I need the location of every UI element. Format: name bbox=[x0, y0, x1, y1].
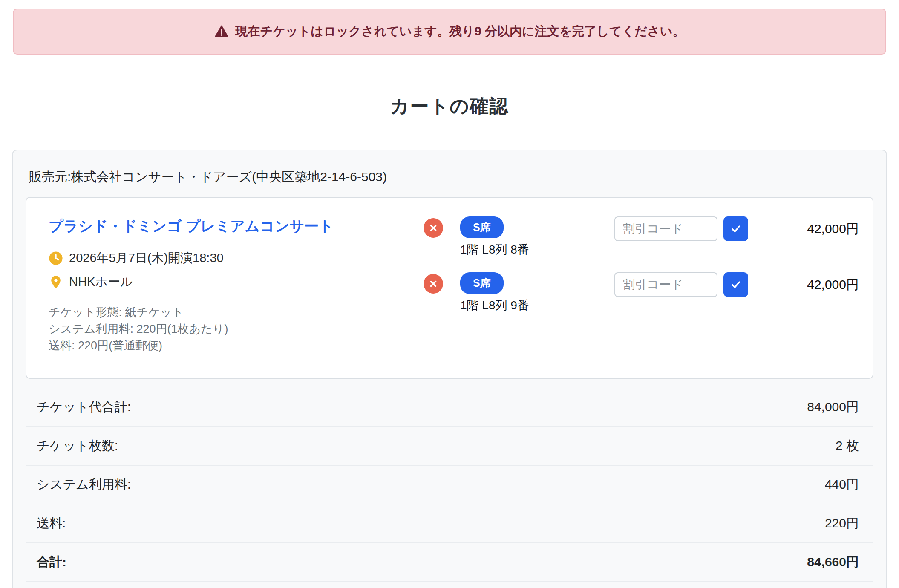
seat-label: 1階 L8列 9番 bbox=[460, 297, 567, 314]
summary-label: システム利用料: bbox=[37, 476, 131, 493]
summary-label: チケット枚数: bbox=[37, 437, 118, 455]
seat-list: S席 1階 L8列 8番 42,000円 bbox=[424, 216, 859, 354]
lock-warning-banner: 現在チケットはロックされています。残り9 分以内に注文を完了してください。 bbox=[13, 9, 886, 55]
summary-row-shipping: 送料: 220円 bbox=[26, 504, 873, 543]
cart-card: 販売元:株式会社コンサート・ドアーズ(中央区築地2-14-6-503) プラシド… bbox=[12, 150, 887, 588]
ticket-format-line: チケット形態: 紙チケット bbox=[49, 304, 424, 321]
discount-controls bbox=[614, 272, 748, 297]
discount-controls bbox=[614, 216, 748, 241]
summary-value: 84,000円 bbox=[807, 398, 859, 416]
summary-row-system-fee: システム利用料: 440円 bbox=[26, 466, 873, 504]
seat-label: 1階 L8列 8番 bbox=[460, 242, 567, 258]
summary-row-ticket-count: チケット枚数: 2 枚 bbox=[26, 427, 873, 466]
system-fee-line: システム利用料: 220円(1枚あたり) bbox=[49, 321, 424, 337]
seat-class-badge: S席 bbox=[460, 216, 504, 238]
clock-icon bbox=[49, 251, 63, 265]
summary-value: 84,660円 bbox=[807, 553, 859, 571]
lock-warning-text: 現在チケットはロックされています。残り9 分以内に注文を完了してください。 bbox=[236, 23, 685, 40]
shipping-fee-line: 送料: 220円(普通郵便) bbox=[49, 337, 424, 354]
event-datetime: 2026年5月7日(木)開演18:30 bbox=[69, 250, 224, 267]
summary-value: 2 枚 bbox=[836, 437, 859, 455]
summary-label: チケット代合計: bbox=[37, 398, 131, 416]
ticket-details: チケット形態: 紙チケット システム利用料: 220円(1枚あたり) 送料: 2… bbox=[49, 304, 424, 354]
summary-label: 送料: bbox=[37, 515, 66, 532]
seat-info: S席 1階 L8列 8番 bbox=[460, 216, 567, 258]
event-datetime-row: 2026年5月7日(木)開演18:30 bbox=[49, 250, 424, 267]
check-icon bbox=[730, 279, 742, 291]
event-info-column: プラシド・ドミンゴ プレミアムコンサート 2026年5月7日(木)開演18:30… bbox=[49, 216, 424, 354]
seat-price: 42,000円 bbox=[761, 272, 859, 297]
page-title: カートの確認 bbox=[0, 94, 899, 119]
seat-row: S席 1階 L8列 8番 42,000円 bbox=[424, 216, 859, 258]
cart-summary: チケット代合計: 84,000円 チケット枚数: 2 枚 システム利用料: 44… bbox=[26, 388, 873, 582]
apply-discount-button[interactable] bbox=[723, 216, 748, 241]
summary-value: 220円 bbox=[825, 515, 859, 532]
remove-seat-button[interactable] bbox=[424, 274, 443, 294]
summary-row-ticket-subtotal: チケット代合計: 84,000円 bbox=[26, 388, 873, 427]
apply-discount-button[interactable] bbox=[723, 272, 748, 297]
seat-info: S席 1階 L8列 9番 bbox=[460, 272, 567, 314]
seat-class-badge: S席 bbox=[460, 272, 504, 294]
seller-info: 販売元:株式会社コンサート・ドアーズ(中央区築地2-14-6-503) bbox=[26, 162, 873, 197]
seat-row: S席 1階 L8列 9番 42,000円 bbox=[424, 272, 859, 314]
event-venue-row: NHKホール bbox=[49, 274, 424, 291]
check-icon bbox=[730, 223, 742, 235]
summary-row-total: 合計: 84,660円 bbox=[26, 543, 873, 582]
event-title-link[interactable]: プラシド・ドミンゴ プレミアムコンサート bbox=[49, 216, 334, 236]
discount-code-input[interactable] bbox=[614, 272, 717, 297]
close-icon bbox=[429, 279, 438, 288]
close-icon bbox=[429, 223, 438, 233]
summary-value: 440円 bbox=[825, 476, 859, 493]
event-venue: NHKホール bbox=[69, 274, 133, 291]
seat-price: 42,000円 bbox=[761, 216, 859, 241]
remove-seat-button[interactable] bbox=[424, 218, 443, 238]
event-card: プラシド・ドミンゴ プレミアムコンサート 2026年5月7日(木)開演18:30… bbox=[26, 197, 873, 379]
summary-label: 合計: bbox=[37, 553, 66, 571]
location-pin-icon bbox=[49, 275, 63, 289]
warning-triangle-icon bbox=[214, 24, 229, 39]
discount-code-input[interactable] bbox=[614, 216, 717, 241]
